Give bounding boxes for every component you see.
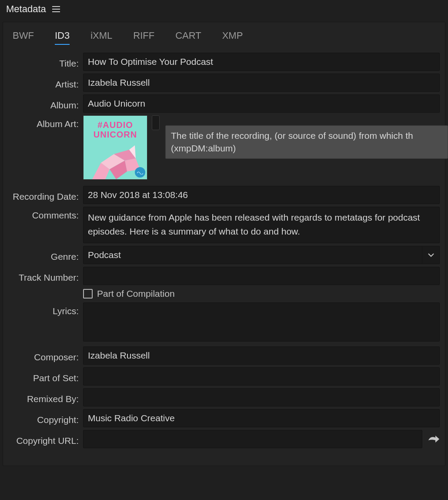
track-number-input[interactable]	[83, 267, 440, 285]
tab-riff[interactable]: RIFF	[133, 30, 154, 45]
label-part-of-compilation: Part of Compilation	[97, 289, 175, 299]
recording-date-input[interactable]	[83, 186, 440, 204]
genre-input[interactable]	[83, 246, 422, 264]
album-art-text-line1: #AUDIO	[97, 120, 133, 130]
label-copyright-url: Copyright URL:	[8, 432, 79, 446]
panel-title: Metadata	[6, 3, 46, 15]
comments-textarea[interactable]: New guidance from Apple has been release…	[83, 207, 440, 243]
label-composer: Composer:	[8, 349, 79, 362]
album-input[interactable]	[83, 94, 440, 113]
label-title: Title:	[8, 55, 79, 69]
label-comments: Comments:	[8, 207, 79, 221]
tab-id3[interactable]: ID3	[55, 30, 70, 45]
metadata-tabs: BWF ID3 iXML RIFF CART XMP	[7, 29, 441, 53]
label-part-of-set: Part of Set:	[8, 369, 79, 383]
label-artist: Artist:	[8, 76, 79, 90]
label-album-art: Album Art:	[8, 115, 79, 129]
label-lyrics: Lyrics:	[8, 302, 79, 316]
label-copyright: Copyright:	[8, 411, 79, 425]
label-album: Album:	[8, 97, 79, 111]
label-remixed-by: Remixed By:	[8, 390, 79, 404]
label-track-number: Track Number:	[8, 269, 79, 283]
copyright-url-input[interactable]	[83, 430, 422, 448]
lyrics-textarea[interactable]	[83, 302, 440, 342]
tooltip-line2: (xmpDM:album)	[171, 142, 442, 154]
album-art-text-line2: UNICORN	[94, 130, 137, 139]
panel-body: BWF ID3 iXML RIFF CART XMP Title: Artist…	[3, 22, 445, 466]
label-recording-date: Recording Date:	[8, 188, 79, 202]
brand-badge-icon	[135, 167, 145, 178]
id3-form: Title: Artist: Album: Album Art: #AUDIO …	[7, 53, 441, 448]
remixed-by-input[interactable]	[83, 388, 440, 406]
field-help-tooltip: The title of the recording, (or source o…	[165, 125, 448, 159]
tab-ixml[interactable]: iXML	[90, 30, 112, 45]
title-input[interactable]	[83, 53, 440, 71]
tab-cart[interactable]: CART	[175, 30, 201, 45]
label-genre: Genre:	[8, 248, 79, 262]
panel-menu-icon[interactable]	[52, 6, 60, 12]
album-art-thumbnail[interactable]: #AUDIO UNICORN	[83, 115, 147, 180]
composer-input[interactable]	[83, 346, 440, 365]
tab-bwf[interactable]: BWF	[13, 30, 34, 45]
part-of-compilation-checkbox[interactable]	[83, 289, 93, 299]
open-url-icon[interactable]	[428, 434, 440, 444]
genre-dropdown-button[interactable]	[422, 246, 440, 264]
panel-header: Metadata	[0, 0, 448, 19]
copyright-input[interactable]	[83, 409, 440, 427]
artist-input[interactable]	[83, 74, 440, 92]
part-of-set-input[interactable]	[83, 367, 440, 386]
album-art-upload-chip[interactable]	[152, 115, 160, 130]
tooltip-line1: The title of the recording, (or source o…	[171, 131, 413, 141]
tab-xmp[interactable]: XMP	[222, 30, 243, 45]
chevron-down-icon	[428, 253, 435, 257]
